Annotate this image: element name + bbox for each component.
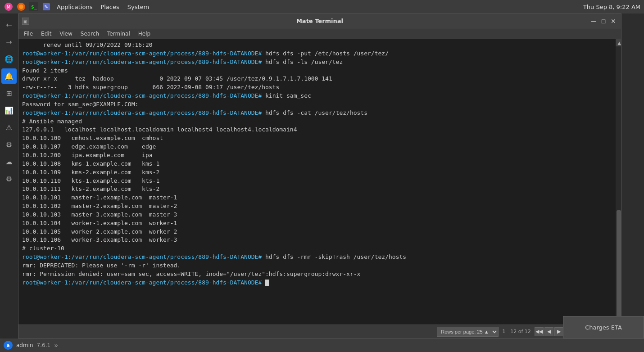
scroll-thumb[interactable] bbox=[617, 210, 621, 325]
taskbar-top-left: M $_ ✎ Applications Places System bbox=[4, 2, 152, 12]
settings-icon[interactable]: ⚙ bbox=[1, 137, 17, 152]
terminal-titlebar: ▣ Mate Terminal ─ □ ✕ bbox=[18, 14, 621, 28]
terminal-window: ▣ Mate Terminal ─ □ ✕ File Edit View Sea… bbox=[18, 14, 621, 338]
term-line: 10.0.10.110 kts-1.example.com kts-1 bbox=[22, 177, 612, 185]
terminal-menubar: File Edit View Search Terminal Help bbox=[18, 28, 621, 39]
term-line: 10.0.10.102 master-2.example.com master-… bbox=[22, 202, 612, 211]
scroll-top-button[interactable]: ▲ bbox=[616, 39, 621, 46]
pagination-info: 1 - 12 of 12 bbox=[502, 329, 531, 334]
charges-eta-box: Charges ETA bbox=[563, 316, 644, 338]
term-line: root@worker-1:/var/run/cloudera-scm-agen… bbox=[22, 253, 612, 262]
term-line: 10.0.10.109 kms-2.example.com kms-2 bbox=[22, 168, 612, 177]
term-line: 10.0.10.107 edge.example.com edge bbox=[22, 143, 612, 151]
terminal-bottom-bar: Rows per page: 25 ▲ 1 - 12 of 12 ◀◀ ◀ ▶ … bbox=[18, 325, 621, 338]
menu-applications[interactable]: Applications bbox=[54, 3, 95, 11]
menu-help[interactable]: Help bbox=[135, 30, 154, 38]
terminal-body: renew until 09/10/2022 09:16:20 root@wor… bbox=[18, 39, 621, 325]
term-line: # Ansible managed bbox=[22, 117, 612, 126]
menu-places[interactable]: Places bbox=[98, 3, 122, 11]
admin-avatar: a bbox=[4, 341, 13, 350]
menu-edit[interactable]: Edit bbox=[37, 30, 55, 38]
term-line: root@worker-1:/var/run/cloudera-scm-agen… bbox=[22, 50, 612, 58]
term-line: -rw-r--r-- 3 hdfs supergroup 666 2022-09… bbox=[22, 83, 612, 92]
desktop-bottom-bar: a admin 7.6.1 » bbox=[0, 338, 644, 352]
svg-point-3 bbox=[19, 5, 23, 9]
chart-icon[interactable]: 📊 bbox=[1, 103, 17, 118]
admin-label: admin bbox=[16, 342, 33, 348]
term-line: Password for sam_sec@EXAMPLE.COM: bbox=[22, 100, 612, 109]
term-line: # cluster-10 bbox=[22, 244, 612, 253]
grid-icon[interactable]: ⊞ bbox=[1, 86, 17, 101]
term-line: 10.0.10.104 worker-1.example.com worker-… bbox=[22, 219, 612, 228]
firefox-icon[interactable] bbox=[16, 2, 26, 12]
page-prev-button[interactable]: ◀ bbox=[544, 327, 553, 336]
collapse-button[interactable]: » bbox=[54, 342, 58, 349]
minimize-button[interactable]: ─ bbox=[590, 17, 598, 25]
forward-icon[interactable]: → bbox=[1, 34, 17, 50]
term-line: root@worker-1:/var/run/cloudera-scm-agen… bbox=[22, 109, 612, 117]
term-line: 10.0.10.111 kts-2.example.com kts-2 bbox=[22, 185, 612, 194]
terminal-content[interactable]: renew until 09/10/2022 09:16:20 root@wor… bbox=[18, 39, 616, 325]
svg-text:✎: ✎ bbox=[44, 4, 48, 10]
term-line: 10.0.10.108 kms-1.example.com kms-1 bbox=[22, 160, 612, 168]
gear-icon[interactable]: ⚙ bbox=[1, 171, 17, 186]
cloud-icon[interactable]: ☁ bbox=[1, 154, 17, 169]
menu-view[interactable]: View bbox=[56, 30, 76, 38]
menu-system[interactable]: System bbox=[125, 3, 152, 11]
left-sidebar: ← → 🌐 🔔 ⊞ 📊 ⚠ ⚙ ☁ ⚙ bbox=[0, 14, 18, 352]
maximize-button[interactable]: □ bbox=[599, 17, 608, 25]
terminal-scrollbar[interactable]: ▲ ▼ bbox=[616, 39, 621, 325]
terminal-title: Mate Terminal bbox=[296, 18, 343, 24]
term-line: 10.0.10.200 ipa.example.com ipa bbox=[22, 151, 612, 160]
text-editor-icon[interactable]: ✎ bbox=[41, 2, 51, 12]
term-line: drwxr-xr-x - tez hadoop 0 2022-09-07 03:… bbox=[22, 75, 612, 83]
rows-per-page-select[interactable]: Rows per page: 25 ▲ bbox=[437, 327, 499, 337]
taskbar-top: M $_ ✎ Applications Places System bbox=[0, 0, 644, 14]
terminal-icon[interactable]: $_ bbox=[29, 2, 39, 12]
close-button[interactable]: ✕ bbox=[609, 17, 617, 25]
titlebar-controls: ─ □ ✕ bbox=[590, 17, 617, 25]
term-line: root@worker-1:/var/run/cloudera-scm-agen… bbox=[22, 58, 612, 67]
titlebar-icon-btn[interactable]: ▣ bbox=[22, 18, 29, 25]
term-line: 10.0.10.103 master-3.example.com master-… bbox=[22, 211, 612, 219]
desktop-bottom-left: a admin 7.6.1 » bbox=[4, 341, 58, 350]
term-line: 10.0.10.106 worker-3.example.com worker-… bbox=[22, 236, 612, 244]
taskbar-datetime: Thu Sep 8, 9:22 AM bbox=[583, 4, 640, 10]
svg-text:M: M bbox=[7, 5, 11, 9]
app-icon[interactable]: M bbox=[4, 2, 14, 12]
notification-icon[interactable]: 🔔 bbox=[1, 68, 17, 84]
menu-file[interactable]: File bbox=[20, 30, 36, 38]
term-line: 127.0.0.1 localhost localhost.localdomai… bbox=[22, 126, 612, 134]
term-line: 10.0.10.101 master-1.example.com master-… bbox=[22, 194, 612, 202]
term-line: renew until 09/10/2022 09:16:20 bbox=[22, 41, 612, 50]
term-line: rmr: Permission denied: user=sam_sec, ac… bbox=[22, 270, 612, 279]
page-next-button[interactable]: ▶ bbox=[554, 327, 563, 336]
menu-search[interactable]: Search bbox=[77, 30, 103, 38]
term-line: rmr: DEPRECATED: Please use '-rm -r' ins… bbox=[22, 262, 612, 270]
term-line: root@worker-1:/var/run/cloudera-scm-agen… bbox=[22, 92, 612, 100]
term-line: root@worker-1:/var/run/cloudera-scm-agen… bbox=[22, 279, 612, 287]
menu-terminal[interactable]: Terminal bbox=[104, 30, 134, 38]
svg-text:$_: $_ bbox=[31, 4, 37, 10]
page-first-button[interactable]: ◀◀ bbox=[535, 327, 544, 336]
globe-icon[interactable]: 🌐 bbox=[1, 51, 17, 67]
version-text: 7.6.1 bbox=[37, 342, 51, 348]
svg-text:▣: ▣ bbox=[23, 19, 27, 24]
titlebar-left: ▣ bbox=[22, 18, 29, 25]
term-line: 10.0.10.100 cmhost.example.com cmhost bbox=[22, 134, 612, 143]
warning-icon[interactable]: ⚠ bbox=[1, 120, 17, 135]
back-icon[interactable]: ← bbox=[1, 17, 17, 32]
term-line: 10.0.10.105 worker-2.example.com worker-… bbox=[22, 228, 612, 236]
term-line: Found 2 items bbox=[22, 67, 612, 75]
